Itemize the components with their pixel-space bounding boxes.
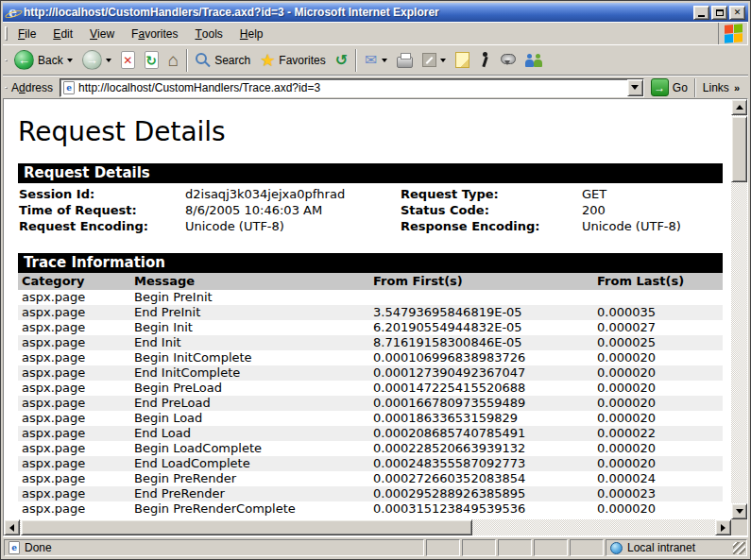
links-label: Links xyxy=(703,81,729,94)
security-zone-label: Local intranet xyxy=(627,541,695,554)
search-icon xyxy=(196,53,207,64)
arrow-left-icon xyxy=(9,524,14,532)
intranet-globe-icon xyxy=(610,542,623,554)
trace-row: aspx.pageBegin Init6.20190554944832E-050… xyxy=(18,320,723,335)
menu-item[interactable]: Tools xyxy=(186,23,230,44)
fullscreen-button[interactable] xyxy=(418,46,451,75)
trace-row: aspx.pageBegin LoadComplete0.00022852066… xyxy=(18,441,723,456)
trace-page: Request Details Request Details Session … xyxy=(4,99,731,519)
column-header: Category xyxy=(22,273,134,290)
stop-button[interactable]: ✕ xyxy=(116,46,140,75)
trace-row: aspx.pageBegin Load0.000186336531598290.… xyxy=(18,411,723,426)
title-bar[interactable]: e http://localhost/CustomHandlers/Trace.… xyxy=(3,3,748,22)
scroll-down-button[interactable] xyxy=(731,503,747,519)
scroll-up-button[interactable] xyxy=(731,99,747,115)
window-title: http://localhost/CustomHandlers/Trace.ax… xyxy=(24,6,690,19)
toolbar: ← Back → ✕ ↻ ⌂ Search ★ Favorites ↺ xyxy=(3,44,748,76)
toolbar-separator xyxy=(355,49,357,72)
stop-icon: ✕ xyxy=(121,51,135,69)
forward-button[interactable]: → xyxy=(77,46,116,75)
address-dropdown-button[interactable] xyxy=(627,79,643,96)
trace-row: aspx.pageBegin PreRender0.00027266035208… xyxy=(18,471,723,486)
request-details-row: Request Encoding:Unicode (UTF-8)Response… xyxy=(19,218,723,234)
discuss-button[interactable] xyxy=(496,46,521,75)
menu-drag-handle[interactable] xyxy=(5,26,8,41)
status-panel-empty xyxy=(534,539,568,556)
request-details-row: Time of Request:8/6/2005 10:46:03 AMStat… xyxy=(19,202,723,218)
scrollbar-corner xyxy=(731,519,747,535)
history-button[interactable]: ↺ xyxy=(331,46,352,75)
mail-dropdown-icon xyxy=(382,59,387,62)
maximize-button[interactable] xyxy=(711,6,727,20)
resize-grip[interactable] xyxy=(733,542,745,554)
favorites-label: Favorites xyxy=(279,54,325,67)
search-button[interactable]: Search xyxy=(191,46,255,75)
maximize-icon xyxy=(716,9,724,16)
back-icon: ← xyxy=(14,50,34,70)
research-button[interactable] xyxy=(474,46,496,75)
messenger-button[interactable] xyxy=(521,46,549,75)
scroll-right-button[interactable] xyxy=(715,519,731,535)
home-button[interactable]: ⌂ xyxy=(163,46,183,75)
trace-row: aspx.pageBegin PreLoad0.0001472254155206… xyxy=(18,381,723,396)
links-bar[interactable]: Links » xyxy=(694,78,745,97)
trace-row: aspx.pageEnd Init8.71619158300846E-050.0… xyxy=(18,335,723,350)
trace-information-section: Trace Information CategoryMessageFrom Fi… xyxy=(16,253,723,517)
trace-row: aspx.pageEnd Load0.0002086857407854910.0… xyxy=(18,426,723,441)
resize-icon xyxy=(422,53,436,67)
menu-item[interactable]: Help xyxy=(231,23,272,44)
status-panel-empty xyxy=(498,539,532,556)
fullscreen-dropdown-icon xyxy=(440,59,446,62)
vertical-scrollbar-thumb[interactable] xyxy=(731,116,747,182)
status-text: Done xyxy=(25,541,52,554)
menu-items: File Edit View Favorites Tools Help xyxy=(9,23,272,44)
links-chevron-icon: » xyxy=(734,82,740,93)
trace-information-section-header: Trace Information xyxy=(18,253,723,273)
minimize-button[interactable] xyxy=(693,6,709,20)
address-input-box: e xyxy=(60,78,644,97)
browser-window: e http://localhost/CustomHandlers/Trace.… xyxy=(0,0,751,560)
menu-bar: File Edit View Favorites Tools Help xyxy=(3,22,748,44)
arrow-right-icon xyxy=(721,524,725,532)
print-button[interactable] xyxy=(392,46,418,75)
mail-button[interactable]: ✉ xyxy=(360,46,391,75)
vertical-scrollbar[interactable] xyxy=(731,99,747,519)
security-zone-panel: Local intranet xyxy=(606,539,747,556)
request-details-table: Session Id:d2isaqj3k034jejxa0pfhradReque… xyxy=(16,186,723,234)
status-panel: e Done xyxy=(4,539,424,556)
close-button[interactable]: ✕ xyxy=(729,6,745,20)
mail-icon: ✉ xyxy=(365,51,377,69)
go-button[interactable]: → Go xyxy=(644,78,694,96)
trace-table-header: CategoryMessageFrom First(s)From Last(s) xyxy=(18,273,723,290)
menu-item[interactable]: Favorites xyxy=(123,23,186,44)
horizontal-scrollbar-thumb[interactable] xyxy=(21,519,472,535)
scroll-left-button[interactable] xyxy=(4,519,20,535)
toolbar-separator xyxy=(186,49,188,72)
sticky-note-button[interactable] xyxy=(451,46,474,75)
menu-item[interactable]: Edit xyxy=(44,23,81,44)
status-bar: e Done Local intranet xyxy=(3,536,748,557)
page-title: Request Details xyxy=(18,116,723,147)
menu-item[interactable]: View xyxy=(81,23,123,44)
address-input[interactable] xyxy=(78,79,623,96)
request-details-row: Session Id:d2isaqj3k034jejxa0pfhradReque… xyxy=(19,186,723,202)
arrow-up-icon xyxy=(736,105,743,110)
horizontal-scrollbar[interactable] xyxy=(4,519,731,535)
menu-item[interactable]: File xyxy=(9,23,44,44)
document-icon: e xyxy=(9,541,20,554)
trace-table: aspx.pageBegin PreInit aspx.pageEnd PreI… xyxy=(18,290,723,517)
toolbar-drag-handle[interactable] xyxy=(5,59,8,61)
trace-row: aspx.pageBegin PreRenderComplete0.000315… xyxy=(18,501,723,517)
refresh-icon: ↻ xyxy=(145,51,159,69)
print-icon xyxy=(397,57,413,68)
refresh-button[interactable]: ↻ xyxy=(140,46,163,75)
back-button[interactable]: ← Back xyxy=(9,46,77,75)
status-panel-empty xyxy=(462,539,496,556)
speech-bubble-icon xyxy=(501,54,516,64)
trace-row: aspx.pageEnd LoadComplete0.0002483555870… xyxy=(18,456,723,471)
page-icon: e xyxy=(63,81,75,94)
address-drag-handle[interactable] xyxy=(5,87,8,89)
favorites-button[interactable]: ★ Favorites xyxy=(255,46,331,75)
column-header: Message xyxy=(134,273,373,290)
arrow-down-icon xyxy=(736,509,743,514)
